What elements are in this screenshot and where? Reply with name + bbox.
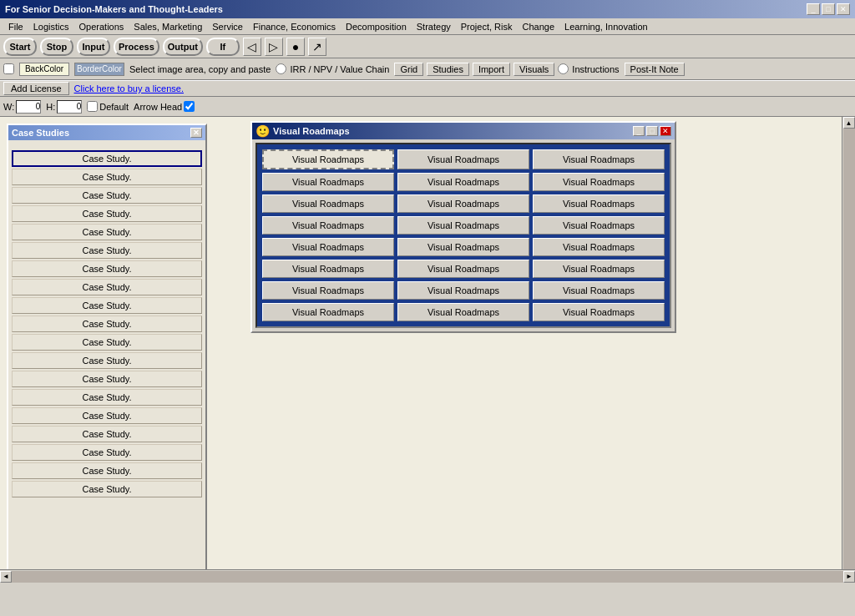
case-study-item-6[interactable]: Case Study.: [12, 260, 202, 277]
backcolor-box[interactable]: BackColor: [19, 63, 69, 76]
case-study-item-5[interactable]: Case Study.: [12, 242, 202, 259]
vr-btn-21[interactable]: Visual Roadmaps: [262, 303, 394, 321]
case-study-item-4[interactable]: Case Study.: [12, 224, 202, 240]
case-study-item-11[interactable]: Case Study.: [12, 352, 202, 369]
hscroll-track[interactable]: [12, 571, 843, 583]
vr-btn-9[interactable]: Visual Roadmaps: [262, 216, 394, 235]
circle-icon[interactable]: ●: [286, 38, 305, 56]
case-study-item-0[interactable]: Case Study.: [12, 150, 202, 167]
h-input[interactable]: [57, 100, 82, 114]
w-input[interactable]: [16, 100, 41, 114]
case-study-item-9[interactable]: Case Study.: [12, 316, 202, 332]
vr-btn-7[interactable]: Visual Roadmaps: [397, 194, 529, 213]
maximize-button[interactable]: □: [822, 3, 835, 15]
vr-btn-23[interactable]: Visual Roadmaps: [533, 303, 665, 321]
default-checkbox[interactable]: [87, 101, 98, 112]
case-study-item-16[interactable]: Case Study.: [12, 444, 202, 461]
vr-btn-11[interactable]: Visual Roadmaps: [533, 216, 665, 235]
vr-btn-0[interactable]: Visual Roadmaps: [262, 149, 394, 169]
right-scrollbar[interactable]: ▲ ▼: [842, 117, 855, 583]
case-studies-content: Case Study. Case Study. Case Study. Case…: [8, 140, 205, 574]
instructions-radio[interactable]: [558, 63, 569, 74]
menu-sales-marketing[interactable]: Sales, Marketing: [129, 20, 207, 33]
case-study-item-12[interactable]: Case Study.: [12, 371, 202, 387]
case-studies-close-button[interactable]: ✕: [190, 128, 202, 138]
vr-btn-20[interactable]: Visual Roadmaps: [533, 281, 665, 300]
case-study-item-3[interactable]: Case Study.: [12, 205, 202, 222]
vr-btn-8[interactable]: Visual Roadmaps: [533, 194, 665, 213]
diagonal-arrow-icon[interactable]: ↗: [308, 38, 326, 56]
vr-btn-4[interactable]: Visual Roadmaps: [397, 173, 529, 191]
vr-btn-13[interactable]: Visual Roadmaps: [397, 238, 529, 256]
vr-btn-22[interactable]: Visual Roadmaps: [397, 303, 529, 321]
case-study-item-14[interactable]: Case Study.: [12, 407, 202, 424]
menu-operations[interactable]: Operations: [74, 20, 129, 33]
vr-btn-1[interactable]: Visual Roadmaps: [397, 149, 529, 169]
scroll-right-arrow[interactable]: ►: [843, 571, 855, 583]
stop-button[interactable]: Stop: [40, 38, 73, 56]
case-study-item-18[interactable]: Case Study.: [12, 481, 202, 497]
bottom-scrollbar[interactable]: ◄ ►: [0, 569, 855, 583]
vr-btn-3[interactable]: Visual Roadmaps: [262, 173, 394, 191]
default-checkbox-group: Default: [87, 101, 129, 112]
case-study-item-17[interactable]: Case Study.: [12, 462, 202, 479]
menu-service[interactable]: Service: [207, 20, 248, 33]
backcolor-checkbox[interactable]: [3, 63, 14, 74]
menu-learning-innovation[interactable]: Learning, Innovation: [559, 20, 653, 33]
case-study-item-10[interactable]: Case Study.: [12, 334, 202, 351]
scroll-up-arrow[interactable]: ▲: [843, 117, 855, 129]
bordercolor-box[interactable]: BorderColor: [74, 63, 124, 76]
irr-radio[interactable]: [276, 63, 286, 74]
case-study-item-13[interactable]: Case Study.: [12, 389, 202, 406]
left-arrow-icon[interactable]: ◁: [243, 38, 261, 56]
vr-title-left: 🙂 Visual Roadmaps: [255, 124, 350, 138]
input-button[interactable]: Input: [77, 38, 110, 56]
scroll-track[interactable]: [843, 129, 855, 571]
vr-btn-18[interactable]: Visual Roadmaps: [262, 281, 394, 300]
vr-btn-17[interactable]: Visual Roadmaps: [533, 260, 665, 278]
vr-restore-button[interactable]: □: [646, 126, 658, 136]
studies-button[interactable]: Studies: [427, 63, 469, 76]
menu-logistics[interactable]: Logistics: [28, 20, 74, 33]
arrowhead-checkbox[interactable]: [184, 101, 195, 112]
vr-btn-16[interactable]: Visual Roadmaps: [397, 260, 529, 278]
menu-decomposition[interactable]: Decomposition: [341, 20, 412, 33]
case-study-item-15[interactable]: Case Study.: [12, 426, 202, 442]
output-button[interactable]: Output: [163, 38, 203, 56]
vr-btn-15[interactable]: Visual Roadmaps: [262, 260, 394, 278]
vr-btn-10[interactable]: Visual Roadmaps: [397, 216, 529, 235]
minimize-button[interactable]: _: [807, 3, 820, 15]
case-study-item-1[interactable]: Case Study.: [12, 169, 202, 185]
vr-minimize-button[interactable]: _: [633, 126, 645, 136]
vr-btn-5[interactable]: Visual Roadmaps: [533, 173, 665, 191]
vr-btn-19[interactable]: Visual Roadmaps: [397, 281, 529, 300]
scroll-left-arrow[interactable]: ◄: [0, 571, 12, 583]
grid-button[interactable]: Grid: [394, 63, 423, 76]
vr-btn-6[interactable]: Visual Roadmaps: [262, 194, 394, 213]
case-study-item-8[interactable]: Case Study.: [12, 297, 202, 314]
start-button[interactable]: Start: [3, 38, 37, 56]
case-study-item-2[interactable]: Case Study.: [12, 187, 202, 204]
vr-btn-2[interactable]: Visual Roadmaps: [533, 149, 665, 169]
vr-btn-12[interactable]: Visual Roadmaps: [262, 238, 394, 256]
menu-change[interactable]: Change: [518, 20, 560, 33]
buy-license-link[interactable]: Click here to buy a license.: [74, 83, 184, 93]
vr-btn-14[interactable]: Visual Roadmaps: [533, 238, 665, 256]
right-arrow-icon[interactable]: ▷: [265, 38, 283, 56]
import-button[interactable]: Import: [473, 63, 510, 76]
case-study-item-7[interactable]: Case Study.: [12, 279, 202, 295]
vr-close-button[interactable]: ✕: [660, 126, 671, 136]
menu-file[interactable]: File: [3, 20, 28, 33]
add-license-button[interactable]: Add License: [3, 82, 69, 95]
visuals-button[interactable]: Visuals: [514, 63, 554, 76]
process-button[interactable]: Process: [114, 38, 159, 56]
menu-project-risk[interactable]: Project, Risk: [456, 20, 518, 33]
menu-strategy[interactable]: Strategy: [412, 20, 456, 33]
menu-finance-economics[interactable]: Finance, Economics: [248, 20, 341, 33]
smiley-icon: 🙂: [255, 124, 270, 138]
if-button[interactable]: If: [206, 38, 240, 56]
menu-bar: File Logistics Operations Sales, Marketi…: [0, 18, 855, 35]
close-button[interactable]: ✕: [837, 3, 850, 15]
case-studies-panel: Case Studies ✕ Case Study. Case Study. C…: [7, 124, 207, 576]
postit-button[interactable]: Post-It Note: [625, 63, 685, 76]
